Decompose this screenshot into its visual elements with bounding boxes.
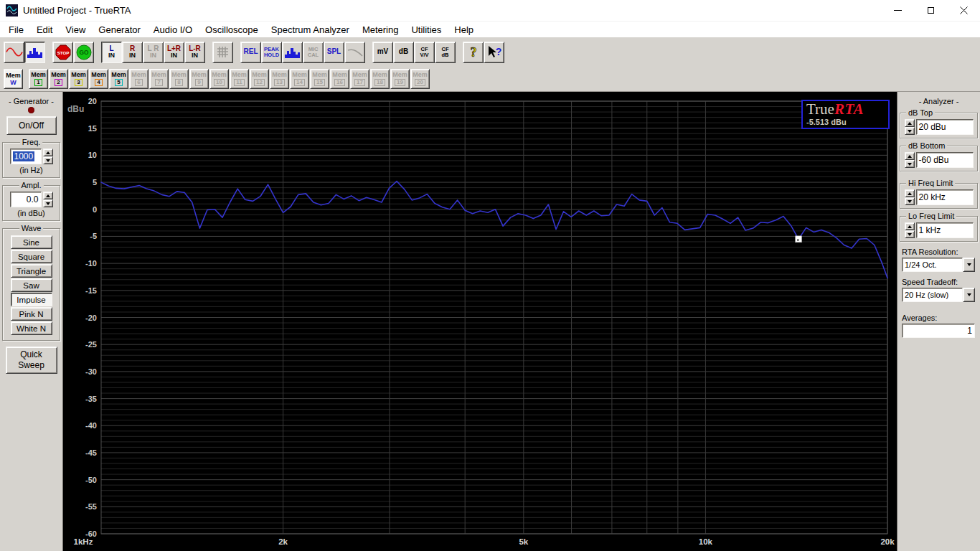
wave-sine-button[interactable]: Sine [11,235,52,249]
wave-white-n-button[interactable]: White N [11,321,52,335]
db-bottom-down-button[interactable] [905,160,915,168]
frequency-up-button[interactable] [43,149,53,156]
db-bottom-input[interactable]: -60 dBu [916,152,974,168]
wave-square-button[interactable]: Square [11,250,52,263]
peak-hold-button[interactable]: PEAKHOLD [261,42,282,63]
left-input-button[interactable]: LIN [101,42,122,63]
go-button[interactable]: GO [73,42,94,63]
menu-view[interactable]: View [59,23,92,37]
frequency-down-button[interactable] [43,156,53,164]
speed-tradeoff-dropdown[interactable]: 20 Hz (slow) [902,288,975,302]
menu-file[interactable]: File [2,23,30,37]
close-button[interactable] [947,0,980,22]
crest-factor-db-button[interactable]: CFdB [435,42,456,63]
mem-18-button[interactable]: Mem18 [370,69,390,89]
wave-impulse-button[interactable]: Impulse [11,293,52,306]
db-top-down-button[interactable] [905,127,915,135]
frequency-input[interactable]: 1000 [10,149,42,164]
hi-freq-input[interactable]: 20 kHz [916,189,974,205]
lo-freq-up-button[interactable] [905,222,915,230]
mem-19-button[interactable]: Mem19 [390,69,410,89]
svg-text:-5: -5 [90,232,97,240]
mem-7-button[interactable]: Mem7 [149,69,169,89]
grid-display-button[interactable] [212,42,233,63]
left-input-button-label: IN [108,52,115,59]
lo-freq-down-button[interactable] [905,230,915,238]
mem-20-button[interactable]: Mem20 [410,69,430,89]
l-minus-r-input-button[interactable]: L-RIN [184,42,205,63]
stereo-input-button[interactable]: L RIN [143,42,164,63]
menu-edit[interactable]: Edit [30,23,59,37]
minimize-button[interactable] [881,0,914,22]
spectrum-analyzer-mode-button[interactable] [24,42,45,63]
mem-16-button[interactable]: Mem16 [330,69,349,89]
bar-display-button[interactable] [282,42,303,63]
l-plus-r-input-button[interactable]: L+RIN [164,42,184,63]
quick-sweep-button[interactable]: Quick Sweep [6,347,57,374]
svg-text:-25: -25 [85,340,97,349]
averages-input[interactable]: 1 [902,324,975,338]
mv-units-button[interactable]: mV [372,42,393,63]
stop-button[interactable]: STOP [52,42,73,63]
help-button[interactable]: ? [463,42,484,63]
up-arrow-icon [908,225,912,228]
mem-17-button[interactable]: Mem17 [350,69,369,89]
mem-9-button[interactable]: Mem9 [189,69,209,89]
db-top-input[interactable]: 20 dBu [916,119,974,135]
wave-pink-n-button[interactable]: Pink N [11,307,52,321]
amplitude-down-button[interactable] [43,199,53,207]
context-help-button[interactable]: ? [484,42,504,63]
db-top-label: dB Top [906,108,935,117]
mem-14-button[interactable]: Mem14 [290,69,309,89]
mem-w-button[interactable]: MemW [4,69,23,89]
menu-generator[interactable]: Generator [92,23,147,37]
rta-resolution-dropdown[interactable]: 1/24 Oct. [902,258,975,272]
sine-icon [6,47,23,57]
menu-metering[interactable]: Metering [356,23,405,37]
mem-12-button[interactable]: Mem12 [250,69,269,89]
spectrum-plot[interactable]: -60-55-50-45-40-35-30-25-20-15-10-505101… [63,92,897,551]
menu-oscilloscope[interactable]: Oscilloscope [199,23,265,37]
db-bottom-up-button[interactable] [905,152,915,160]
amplitude-input[interactable]: 0.0 [10,192,42,207]
mem-8-button[interactable]: Mem8 [169,69,189,89]
hi-freq-up-button[interactable] [905,189,915,197]
x-curve-button[interactable] [344,42,365,63]
svg-text:20k: 20k [880,537,895,546]
mem-2-button[interactable]: Mem2 [49,69,68,89]
mem-3-button[interactable]: Mem3 [69,69,88,89]
menu-audio-i-o[interactable]: Audio I/O [147,23,199,37]
menu-utilities[interactable]: Utilities [405,23,448,37]
mem-15-button[interactable]: Mem15 [310,69,329,89]
maximize-button[interactable] [914,0,947,22]
lo-freq-input[interactable]: 1 kHz [916,222,974,238]
db-top-up-button[interactable] [905,119,915,127]
menu-help[interactable]: Help [448,23,480,37]
mem-13-button[interactable]: Mem13 [270,69,289,89]
menu-spectrum-analyzer[interactable]: Spectrum Analyzer [265,23,356,37]
mem-5-button[interactable]: Mem5 [109,69,128,89]
mem-1-button[interactable]: Mem1 [29,69,48,89]
mem-11-button[interactable]: Mem11 [230,69,249,89]
spl-button[interactable]: SPL [324,42,344,63]
wave-saw-button[interactable]: Saw [11,278,52,292]
crest-factor-vv-button[interactable]: CFV/V [414,42,435,63]
db-units-button[interactable]: dB [393,42,414,63]
mem-number: 16 [334,79,345,86]
mem-label: Mem [292,72,307,78]
amplitude-up-button[interactable] [43,192,53,199]
speed-tradeoff-dropdown-button[interactable] [963,288,975,302]
mem-10-button[interactable]: Mem10 [209,69,229,89]
hi-freq-down-button[interactable] [905,197,915,205]
generator-onoff-button[interactable]: On/Off [6,116,57,135]
right-input-button[interactable]: RIN [122,42,143,63]
mic-cal-button[interactable]: MICCAL [303,42,324,63]
tone-generator-mode-button[interactable] [4,42,24,63]
down-arrow-icon [908,200,912,203]
relative-mode-button[interactable]: REL [240,42,261,63]
rta-resolution-dropdown-button[interactable] [963,258,975,272]
wave-triangle-button[interactable]: Triangle [11,264,52,278]
context-help-icon: ? [486,45,502,60]
mem-6-button[interactable]: Mem6 [129,69,149,89]
mem-4-button[interactable]: Mem4 [89,69,108,89]
